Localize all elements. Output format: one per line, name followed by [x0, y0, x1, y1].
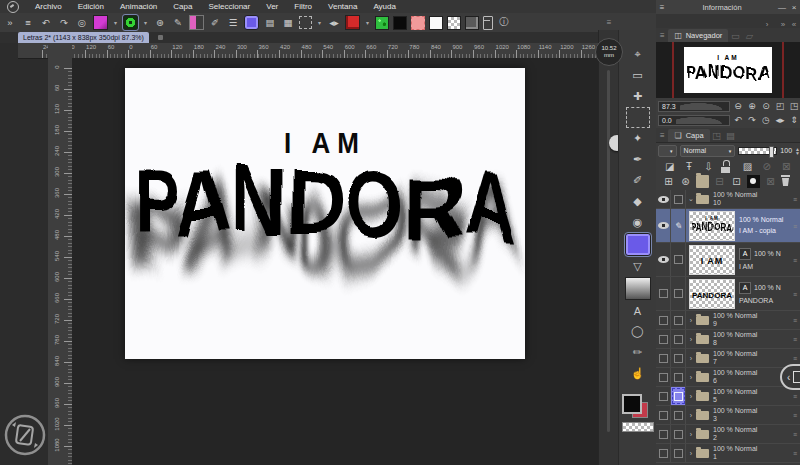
- layer-checkbox[interactable]: [674, 373, 683, 382]
- navigator-thumbnail[interactable]: I AM PANDORA: [684, 47, 772, 93]
- text-tool-icon[interactable]: A: [626, 300, 650, 321]
- salmon-color-swatch[interactable]: [411, 16, 425, 30]
- brush-preset-swatch[interactable]: [93, 15, 108, 30]
- layer-grip-icon[interactable]: ≡: [793, 355, 797, 362]
- eyedropper-icon[interactable]: ✎: [171, 16, 185, 30]
- companion-device-icon[interactable]: [483, 16, 493, 30]
- undo-icon[interactable]: ↶: [39, 16, 53, 30]
- menu-item-animacion[interactable]: Animación: [112, 0, 165, 13]
- select-cell[interactable]: ✎: [671, 209, 686, 242]
- select-cell[interactable]: [671, 330, 686, 348]
- frame-border-tool-icon[interactable]: ▭: [626, 65, 650, 86]
- document-tab[interactable]: Letras 2* (1143 x 838px 350dpi 87.3%): [18, 32, 149, 43]
- subtool-caret-icon[interactable]: ▾: [142, 16, 149, 30]
- balloon-tool-icon[interactable]: ◯: [626, 321, 650, 342]
- layer-row[interactable]: ›100 % Normal3≡: [656, 406, 800, 425]
- combine-layer-icon[interactable]: ⊡: [730, 175, 743, 188]
- visibility-cell[interactable]: [656, 277, 671, 310]
- layer-grip-icon[interactable]: ≡: [793, 450, 797, 457]
- rotate-left-button[interactable]: ↶: [732, 114, 744, 126]
- folder-expand-icon[interactable]: ›: [686, 450, 696, 457]
- layer-grip-icon[interactable]: ≡: [793, 222, 797, 229]
- pen-tool-icon[interactable]: ✏: [626, 342, 650, 363]
- layer-checkbox[interactable]: [659, 449, 668, 458]
- lock-transparent-pixels-icon[interactable]: ▨: [741, 160, 754, 173]
- layer-stack-icon[interactable]: ▤: [263, 16, 277, 30]
- opacity-slider[interactable]: [738, 147, 777, 155]
- select-cell[interactable]: [671, 190, 686, 208]
- visibility-cell[interactable]: [656, 387, 671, 405]
- folder-expand-icon[interactable]: ›: [686, 412, 696, 419]
- layer-row[interactable]: ›100 % Normal5≡: [656, 387, 800, 406]
- layer-grip-icon[interactable]: ≡: [793, 290, 797, 297]
- layer-checkbox[interactable]: [674, 392, 683, 401]
- transparent-color-swatch[interactable]: [622, 422, 654, 432]
- gradient-tool-icon[interactable]: [625, 277, 651, 300]
- delete-layer-icon[interactable]: [781, 175, 794, 188]
- layer-checkbox[interactable]: [659, 392, 668, 401]
- menu-item-archivo[interactable]: Archivo: [27, 0, 70, 13]
- canvas-area[interactable]: I AM PANDORA PANDORA: [72, 58, 598, 465]
- info-panel-menu-icon[interactable]: ≡: [656, 3, 668, 12]
- folder-expand-icon[interactable]: ›: [686, 336, 696, 343]
- zoom-tool-icon[interactable]: ⊛: [153, 16, 167, 30]
- frame-caret-icon[interactable]: ▾: [316, 16, 323, 30]
- ruler-visibility-icon[interactable]: ⊠: [780, 160, 793, 173]
- menu-item-capa[interactable]: Capa: [165, 0, 200, 13]
- layer-checkbox[interactable]: [659, 354, 668, 363]
- lock-layer-icon[interactable]: [721, 160, 734, 173]
- select-cell[interactable]: [671, 387, 686, 405]
- material-dock-button[interactable]: ‹: [780, 364, 800, 390]
- swatch-caret-icon[interactable]: ▾: [364, 16, 371, 30]
- eye-icon[interactable]: [658, 256, 669, 263]
- select-cell[interactable]: [671, 243, 686, 276]
- zoom-input[interactable]: 87.3: [658, 101, 730, 112]
- layer-checkbox[interactable]: [674, 411, 683, 420]
- sliders-icon[interactable]: ☰: [226, 16, 240, 30]
- layer-row[interactable]: ›100 % Normal6≡: [656, 368, 800, 387]
- tab-navegador[interactable]: ◫ Navegador: [668, 29, 729, 42]
- layer-checkbox[interactable]: [674, 255, 683, 264]
- navigator-menu-icon[interactable]: ≡: [660, 31, 665, 40]
- screentone-icon[interactable]: ▦: [281, 16, 295, 30]
- quick-access-icon[interactable]: ◎: [75, 16, 89, 30]
- layer-grip-icon[interactable]: ≡: [793, 393, 797, 400]
- zoom-100-button[interactable]: ⊙: [760, 100, 772, 112]
- info-icon[interactable]: ⓘ: [497, 16, 511, 30]
- close-icon[interactable]: ×: [788, 3, 800, 12]
- operate-tool-icon[interactable]: ⌖: [626, 44, 650, 65]
- menu-item-ver[interactable]: Ver: [258, 0, 286, 13]
- layer-row[interactable]: ›100 % Normal7≡: [656, 349, 800, 368]
- gray-image-swatch[interactable]: [465, 16, 479, 30]
- layer-grip-icon[interactable]: ≡: [793, 196, 797, 203]
- fit-to-screen-button[interactable]: ◰: [774, 100, 786, 112]
- search-layer-tab-icon[interactable]: ▤: [724, 128, 738, 142]
- layer-checkbox[interactable]: [659, 335, 668, 344]
- visibility-cell[interactable]: [656, 330, 671, 348]
- brush-preset-caret-icon[interactable]: ▾: [112, 16, 119, 30]
- selection-tool-icon[interactable]: [626, 107, 650, 128]
- rotate-canvas-widget[interactable]: [2, 412, 48, 458]
- eye-icon[interactable]: [658, 196, 669, 203]
- folder-expand-icon[interactable]: ›: [686, 355, 696, 362]
- visibility-cell[interactable]: [656, 349, 671, 367]
- material-red-icon[interactable]: [345, 15, 360, 30]
- select-cell[interactable]: [671, 311, 686, 329]
- layer-checkbox[interactable]: [674, 430, 683, 439]
- select-cell[interactable]: [671, 406, 686, 424]
- subview-tab-icon[interactable]: ▭: [728, 28, 742, 42]
- opacity-spinner[interactable]: ▲▼: [795, 147, 800, 155]
- layer-row[interactable]: I AMA100 % NI AM≡: [656, 243, 800, 277]
- layer-row-selected[interactable]: ✎I AMPANDORA100 % NormalI AM - copia≡: [656, 209, 800, 243]
- menu-item-ayuda[interactable]: Ayuda: [365, 0, 404, 13]
- visibility-cell[interactable]: [656, 368, 671, 386]
- layer-row[interactable]: ›100 % Normal8≡: [656, 330, 800, 349]
- flip-vertical-button[interactable]: ⇕: [788, 114, 800, 126]
- new-layer-settings-icon[interactable]: ⊛: [679, 175, 692, 188]
- select-cell[interactable]: [671, 277, 686, 310]
- layer-checkbox[interactable]: [659, 289, 668, 298]
- collapse-panel-icon[interactable]: »: [3, 16, 17, 30]
- layer-checkbox[interactable]: [659, 316, 668, 325]
- layer-checkbox[interactable]: [659, 430, 668, 439]
- eye-icon[interactable]: [658, 222, 669, 229]
